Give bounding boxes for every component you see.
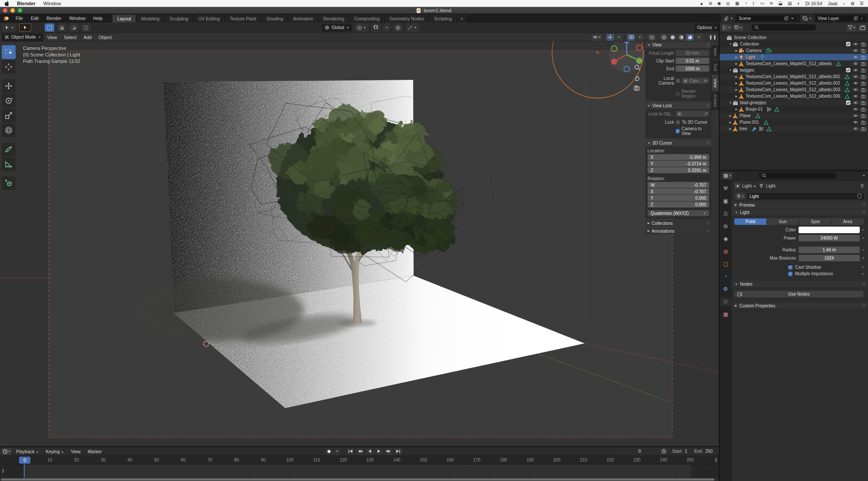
hide-in-viewport-icon[interactable] xyxy=(853,75,858,79)
notification-center-icon[interactable]: ☰ xyxy=(860,1,864,6)
viewport-3d[interactable]: Object Mode▼ ViewSelectAddObject ▼ ▼ ▼ ▼… xyxy=(0,33,719,447)
outliner-row[interactable]: Scene Collection xyxy=(720,34,868,41)
outliner-row[interactable]: ▶TexturesCom_Leaves_Maple01_512_albedo.0… xyxy=(720,73,868,80)
hide-in-viewport-icon[interactable] xyxy=(853,94,858,98)
properties-tab-tool[interactable]: ⚒ xyxy=(720,184,731,193)
hide-in-viewport-icon[interactable] xyxy=(853,114,858,118)
workspace-tab-modeling[interactable]: Modeling xyxy=(136,15,165,23)
cursor-ry-field[interactable]: Y0.000 xyxy=(648,195,709,201)
select-mode-tweak[interactable] xyxy=(45,23,54,32)
workspace-tab-uv-editing[interactable]: UV Editing xyxy=(194,15,225,23)
overlays-toggle[interactable] xyxy=(627,34,635,41)
workspace-tab-animation[interactable]: Animation xyxy=(288,15,319,23)
exclude-checkbox[interactable] xyxy=(846,42,851,46)
auto-keying-toggle[interactable] xyxy=(325,448,333,455)
mesh-obj-icon[interactable] xyxy=(739,61,744,66)
tool-rotate-button[interactable] xyxy=(2,94,16,108)
viewport-menu-object[interactable]: Object xyxy=(95,35,115,40)
pan-view-icon[interactable] xyxy=(634,75,641,82)
light-obj-icon[interactable] xyxy=(739,55,744,60)
properties-tab-world[interactable]: ◍ xyxy=(720,247,731,256)
cursor-rx-field[interactable]: X-0.707 xyxy=(648,188,709,194)
max-bounces-field[interactable]: 1024 xyxy=(799,255,860,261)
mesh-data-icon[interactable] xyxy=(836,61,841,66)
tool-fallback-dropdown[interactable]: ▼ xyxy=(2,23,16,32)
cursor-z-field[interactable]: Z0.3291 m xyxy=(648,167,709,173)
mesh-data-icon[interactable] xyxy=(845,81,850,86)
timeline-menu-marker[interactable]: Marker xyxy=(84,449,105,454)
shading-solid-button[interactable] xyxy=(669,34,677,41)
disable-in-renders-icon[interactable] xyxy=(861,88,866,92)
scene-selector[interactable]: Scene✕ xyxy=(736,15,797,22)
active-tool-button[interactable] xyxy=(19,23,32,32)
cursor-rw-field[interactable]: W-0.707 xyxy=(648,182,709,188)
viewport-canvas[interactable] xyxy=(0,42,719,447)
hide-in-viewport-icon[interactable] xyxy=(853,101,858,105)
sidebar-tab-tool[interactable]: Tool xyxy=(711,60,719,74)
select-mode-lasso[interactable] xyxy=(81,23,91,32)
outliner-row[interactable]: ▶Bosje-01 xyxy=(720,106,868,112)
shading-material-button[interactable] xyxy=(677,34,685,41)
particles-icon[interactable] xyxy=(767,107,772,112)
disable-in-renders-icon[interactable] xyxy=(861,75,866,79)
mesh-obj-icon[interactable] xyxy=(739,74,744,79)
wifi-icon[interactable]: ≋ xyxy=(769,1,773,6)
clip-end-field[interactable]: 1000 m xyxy=(676,66,709,72)
mesh-data-icon[interactable] xyxy=(766,126,772,132)
panel-view-header[interactable]: ▼View⠿ xyxy=(645,41,711,48)
disable-in-renders-icon[interactable] xyxy=(861,42,866,46)
topbar-menu-help[interactable]: Help xyxy=(89,16,107,21)
workspace-tab-sculpting[interactable]: Sculpting xyxy=(165,15,194,23)
properties-tab-output[interactable]: ⎙ xyxy=(720,209,731,218)
jump-to-end-button[interactable] xyxy=(394,448,402,455)
outliner-filter-button[interactable]: ▼ xyxy=(847,24,857,31)
time-machine-icon[interactable]: ◔ xyxy=(745,1,747,6)
gizmos-dropdown[interactable]: ▼ xyxy=(615,34,623,41)
panel-light-header[interactable]: ▼Light⠿ xyxy=(732,209,868,216)
tool-scale-button[interactable] xyxy=(2,109,16,122)
shading-rendered-button[interactable] xyxy=(686,34,694,41)
view-layer-selector[interactable]: View Layer✕ xyxy=(815,15,866,22)
clip-start-field[interactable]: 0.01 m xyxy=(676,58,709,64)
vlc-icon[interactable]: ▲ xyxy=(700,1,704,6)
tool-measure-button[interactable] xyxy=(2,157,16,171)
hide-in-viewport-icon[interactable] xyxy=(853,120,858,124)
mode-dropdown[interactable]: Object Mode▼ xyxy=(2,33,44,41)
editor-divider-horizontal[interactable] xyxy=(720,170,868,171)
cast-shadow-checkbox[interactable]: ✓ xyxy=(788,265,792,270)
local-camera-checkbox[interactable] xyxy=(676,79,680,83)
focal-length-field[interactable]: 50 mm xyxy=(676,50,709,56)
hide-in-viewport-icon[interactable] xyxy=(853,42,858,46)
outliner-row[interactable]: ▼blad-groepjes xyxy=(720,99,868,106)
shading-wireframe-button[interactable] xyxy=(660,34,668,41)
play-reverse-button[interactable] xyxy=(365,448,374,455)
timeline-editor-type-dropdown[interactable]: ▼ xyxy=(2,448,12,455)
tool-cursor-button[interactable] xyxy=(2,60,16,74)
panels-icon[interactable]: ▦ xyxy=(735,1,739,6)
sidebar-tab-item[interactable]: Item xyxy=(711,45,719,59)
topbar-menu-edit[interactable]: Edit xyxy=(27,16,43,21)
outliner-row[interactable]: ▼Collection xyxy=(720,41,868,47)
timeline-track[interactable]: ❯ xyxy=(0,465,719,478)
proportional-falloff-dropdown[interactable]: ▼ xyxy=(405,23,419,32)
outliner-search-input[interactable] xyxy=(751,24,816,31)
snap-settings-dropdown[interactable]: ▼ xyxy=(383,23,391,32)
hide-in-viewport-icon[interactable] xyxy=(853,127,858,131)
properties-search-input[interactable] xyxy=(759,172,837,179)
mesh-data-icon[interactable] xyxy=(763,120,769,125)
disable-in-renders-icon[interactable] xyxy=(861,68,866,72)
new-collection-button[interactable] xyxy=(858,24,866,31)
mesh-data-icon[interactable] xyxy=(845,87,850,92)
hide-in-viewport-icon[interactable] xyxy=(853,107,858,111)
outliner-row[interactable]: ▶Plane.001 xyxy=(720,119,868,125)
to-3d-cursor-checkbox[interactable] xyxy=(676,120,680,125)
scene-selector-icon[interactable]: ▼ xyxy=(721,14,735,23)
next-keyframe-button[interactable] xyxy=(385,448,393,455)
outliner-row[interactable]: ▶Plane xyxy=(720,112,868,119)
overlays-dropdown[interactable]: ▼ xyxy=(636,34,644,41)
disable-in-renders-icon[interactable] xyxy=(861,114,866,118)
timeline-menu-playback[interactable]: Playback ▼ xyxy=(13,449,42,454)
viewport-menu-add[interactable]: Add xyxy=(80,35,95,40)
volume-icon[interactable]: ◖ xyxy=(797,1,799,6)
collection-icon[interactable] xyxy=(733,42,738,47)
